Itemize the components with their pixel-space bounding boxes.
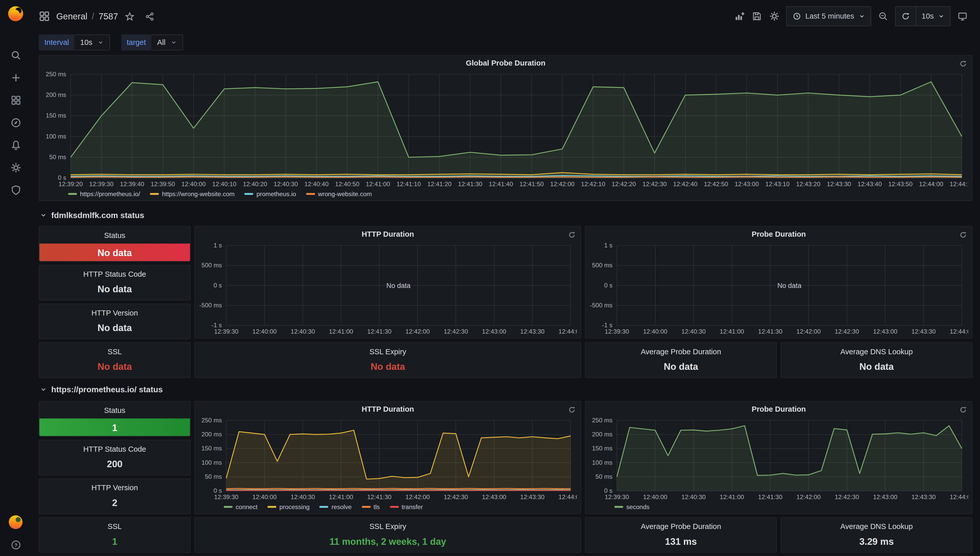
legend-item[interactable]: tls [362,503,380,510]
stat-title: Average DNS Lookup [781,343,972,356]
chart-legend: seconds [614,502,967,512]
stat-title: HTTP Status Code [39,440,190,454]
panel-probe-duration: Probe Duration -1 s-500 ms0 s500 ms1 s12… [585,226,972,339]
svg-text:100 ms: 100 ms [201,459,222,466]
http-duration-chart[interactable]: 0 s50 ms100 ms150 ms200 ms250 ms12:39:30… [198,417,577,501]
svg-text:?: ? [14,542,17,548]
svg-text:No data: No data [386,282,410,289]
legend-item[interactable]: wrong-website.com [306,190,372,197]
chart-legend: https://prometheus.io/https://wrong-webs… [68,189,967,199]
panel-title-text: Probe Duration [752,405,806,414]
zoom-out-icon[interactable] [874,7,892,25]
panel-refresh-icon[interactable] [959,406,967,414]
breadcrumb-folder[interactable]: General [56,11,87,21]
row-header-fdmlksdmlfk[interactable]: fdmlksdmlfk.com status [40,210,144,220]
dashboard-apps-icon[interactable] [39,11,50,22]
global-probe-duration-chart[interactable]: 0 s50 ms100 ms150 ms200 ms250 ms12:39:20… [42,71,968,188]
grafana-logo[interactable] [7,5,24,23]
svg-text:50 ms: 50 ms [595,473,612,480]
refresh-interval-select[interactable]: 10s [915,7,950,26]
save-dashboard-icon[interactable] [748,7,765,25]
share-icon[interactable] [142,8,158,24]
http-duration-chart[interactable]: -1 s-500 ms0 s500 ms1 s12:39:3012:40:001… [198,242,577,335]
svg-text:12:42:30: 12:42:30 [835,328,859,335]
panel-title[interactable]: HTTP Duration [195,227,581,242]
svg-text:100 ms: 100 ms [592,459,612,466]
svg-text:12:40:10: 12:40:10 [212,181,236,187]
legend-item[interactable]: processing [267,503,309,510]
help-icon[interactable]: ? [0,533,31,556]
probe-duration-chart[interactable]: -1 s-500 ms0 s500 ms1 s12:39:3012:40:001… [588,242,968,335]
breadcrumb-dashboard-title[interactable]: 7587 [99,11,118,21]
explore-compass-icon[interactable] [0,111,31,134]
svg-text:12:40:30: 12:40:30 [291,493,315,500]
legend-item[interactable]: https://wrong-website.com [150,190,235,197]
svg-text:12:41:00: 12:41:00 [366,181,390,187]
refresh-icon[interactable] [896,7,915,26]
svg-text:12:43:30: 12:43:30 [520,328,544,335]
panel-title[interactable]: Probe Duration [586,227,972,242]
panel-title[interactable]: Probe Duration [586,402,972,417]
user-avatar[interactable] [8,515,23,530]
time-range-button[interactable]: Last 5 minutes [787,7,870,26]
add-panel-icon[interactable] [731,7,748,25]
legend-item[interactable]: resolve [319,503,352,510]
legend-item[interactable]: connect [224,503,258,510]
svg-text:12:41:00: 12:41:00 [329,328,353,335]
kiosk-tv-icon[interactable] [954,7,971,25]
svg-text:12:43:00: 12:43:00 [734,181,759,187]
search-icon[interactable] [0,44,31,66]
svg-text:12:41:50: 12:41:50 [519,181,544,187]
svg-text:0 s: 0 s [214,487,222,494]
stat-title: HTTP Status Code [39,265,190,278]
refresh-picker: 10s [895,6,951,26]
svg-text:200 ms: 200 ms [46,91,66,98]
panel-http-version: HTTP Version No data [39,304,191,339]
panel-status: Status No data [39,226,191,262]
panel-ssl: SSL No data [39,342,191,378]
panel-refresh-icon[interactable] [568,231,575,238]
variable-interval-select[interactable]: 10s [75,34,110,51]
row-header-prometheus[interactable]: https://prometheus.io/ status [40,385,163,394]
panel-average-probe-duration: Average Probe Duration No data [585,342,777,378]
dashboards-icon[interactable] [0,89,31,111]
row-collapse-icon [40,386,47,393]
panel-refresh-icon[interactable] [959,231,967,238]
stat-value: 2 [39,494,190,511]
legend-item[interactable]: prometheus.io [245,190,296,197]
svg-text:12:41:00: 12:41:00 [720,328,744,335]
svg-text:12:42:30: 12:42:30 [444,328,468,335]
panel-refresh-icon[interactable] [568,406,575,414]
variable-target-select[interactable]: All [152,34,183,51]
panel-title[interactable]: HTTP Duration [195,402,581,417]
panel-global-probe-duration: Global Probe Duration 0 s50 ms100 ms150 … [39,55,973,201]
stat-title: Status [39,402,190,415]
stat-title: SSL [39,518,190,531]
legend-item[interactable]: seconds [614,503,650,510]
dashboard-settings-gear-icon[interactable] [765,7,783,25]
svg-text:12:43:30: 12:43:30 [520,493,544,500]
star-icon[interactable] [122,8,138,24]
panel-average-probe-duration: Average Probe Duration 131 ms [585,517,777,553]
panel-title[interactable]: Global Probe Duration [39,56,972,71]
svg-text:12:42:00: 12:42:00 [550,181,575,187]
probe-duration-chart[interactable]: 0 s50 ms100 ms150 ms200 ms250 ms12:39:30… [588,417,968,501]
svg-text:12:43:00: 12:43:00 [482,328,506,335]
create-plus-icon[interactable] [0,66,31,89]
svg-text:12:43:10: 12:43:10 [765,181,790,187]
svg-text:12:40:00: 12:40:00 [181,181,206,187]
svg-text:12:41:00: 12:41:00 [720,493,744,500]
svg-text:-500 ms: -500 ms [590,302,612,309]
stat-title: SSL Expiry [195,518,581,531]
server-admin-shield-icon[interactable] [0,179,31,201]
panel-refresh-icon[interactable] [959,60,967,67]
svg-text:12:39:30: 12:39:30 [214,493,238,500]
legend-item[interactable]: transfer [390,503,423,510]
svg-text:12:43:20: 12:43:20 [796,181,820,187]
configuration-gear-icon[interactable] [0,156,31,179]
svg-text:12:41:10: 12:41:10 [397,181,421,187]
svg-text:12:42:00: 12:42:00 [797,493,821,500]
alerting-bell-icon[interactable] [0,134,31,156]
svg-text:12:40:00: 12:40:00 [643,493,667,500]
legend-item[interactable]: https://prometheus.io/ [68,190,140,197]
